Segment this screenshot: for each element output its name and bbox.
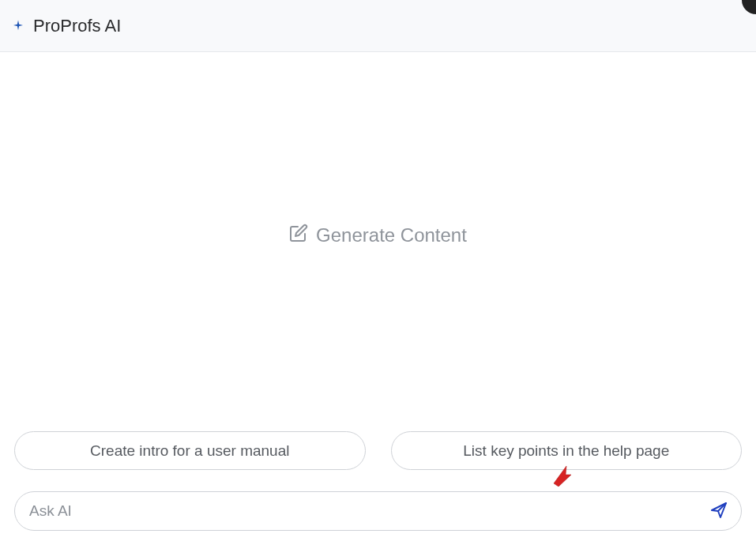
bottom-panel: Create intro for a user manual List key … xyxy=(0,431,756,545)
generate-content-label: Generate Content xyxy=(289,224,467,247)
app-title: ProProfs AI xyxy=(33,16,121,36)
generate-content-text: Generate Content xyxy=(316,224,467,246)
suggestion-label: Create intro for a user manual xyxy=(90,442,289,460)
sparkle-icon xyxy=(11,19,25,33)
main-content: Generate Content xyxy=(0,52,756,419)
suggestion-list-key-points[interactable]: List key points in the help page xyxy=(391,431,743,470)
send-icon xyxy=(709,501,728,522)
close-icon[interactable] xyxy=(742,0,756,14)
input-row xyxy=(14,491,742,531)
suggestion-label: List key points in the help page xyxy=(463,442,669,460)
edit-icon xyxy=(289,224,308,247)
suggestions-row: Create intro for a user manual List key … xyxy=(14,431,742,470)
send-button[interactable] xyxy=(707,499,731,523)
suggestion-create-intro[interactable]: Create intro for a user manual xyxy=(14,431,366,470)
app-header: ProProfs AI xyxy=(0,0,756,52)
ask-ai-input[interactable] xyxy=(14,491,742,531)
